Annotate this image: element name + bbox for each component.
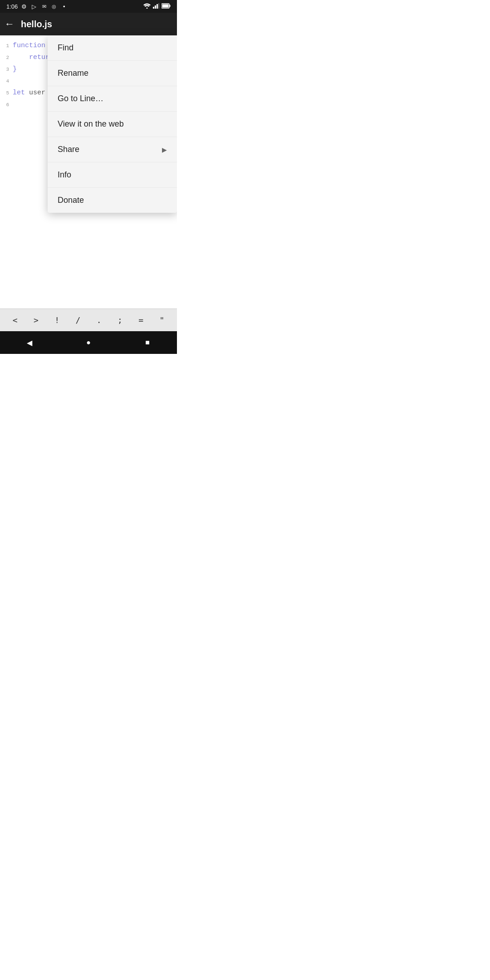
menu-item-donate[interactable]: Donate: [48, 188, 177, 213]
play-protect-icon: ▷: [30, 3, 38, 10]
status-time: 1:06: [6, 3, 18, 10]
dot-icon: •: [60, 3, 68, 10]
svg-rect-7: [162, 4, 169, 7]
menu-item-view-web[interactable]: View it on the web: [48, 112, 177, 137]
menu-item-find[interactable]: Find: [48, 35, 177, 61]
key-exclamation[interactable]: !: [50, 313, 64, 328]
settings-icon: ⚙: [20, 3, 28, 10]
status-bar: 1:06 ⚙ ▷ ✉ ◎ •: [0, 0, 177, 13]
nav-back-button[interactable]: ◀: [16, 333, 43, 352]
menu-item-info[interactable]: Info: [48, 162, 177, 188]
context-menu: Find Rename Go to Line… View it on the w…: [48, 35, 177, 213]
key-equals[interactable]: =: [134, 313, 148, 328]
key-less-than[interactable]: <: [8, 313, 22, 328]
app-title: hello.js: [21, 19, 52, 29]
nav-recent-button[interactable]: ■: [134, 333, 161, 352]
app-bar: ← hello.js: [0, 13, 177, 35]
context-menu-overlay[interactable]: Find Rename Go to Line… View it on the w…: [0, 35, 177, 331]
share-arrow-icon: ▶: [162, 146, 167, 153]
signal-icon: [153, 3, 159, 10]
key-greater-than[interactable]: >: [29, 313, 43, 328]
key-period[interactable]: .: [92, 313, 106, 328]
nav-home-button[interactable]: ●: [75, 333, 102, 352]
key-slash[interactable]: /: [71, 313, 85, 328]
svg-point-0: [147, 7, 148, 9]
svg-rect-3: [157, 4, 158, 9]
battery-icon: [162, 3, 171, 10]
svg-rect-1: [153, 7, 154, 9]
svg-rect-6: [170, 5, 171, 7]
gmail-icon: ✉: [40, 3, 48, 10]
special-keys-bar: < > ! / . ; = ": [0, 309, 177, 331]
key-quote[interactable]: ": [155, 313, 169, 328]
menu-item-goto-line[interactable]: Go to Line…: [48, 86, 177, 112]
lastpass-icon: ◎: [50, 3, 58, 10]
key-semicolon[interactable]: ;: [113, 313, 127, 328]
back-button[interactable]: ←: [5, 18, 15, 30]
menu-item-share[interactable]: Share ▶: [48, 137, 177, 162]
nav-bar: ◀ ● ■: [0, 331, 177, 354]
menu-item-rename[interactable]: Rename: [48, 61, 177, 86]
svg-rect-2: [155, 5, 156, 9]
wifi-icon: [143, 3, 151, 10]
svg-rect-4: [158, 3, 159, 9]
